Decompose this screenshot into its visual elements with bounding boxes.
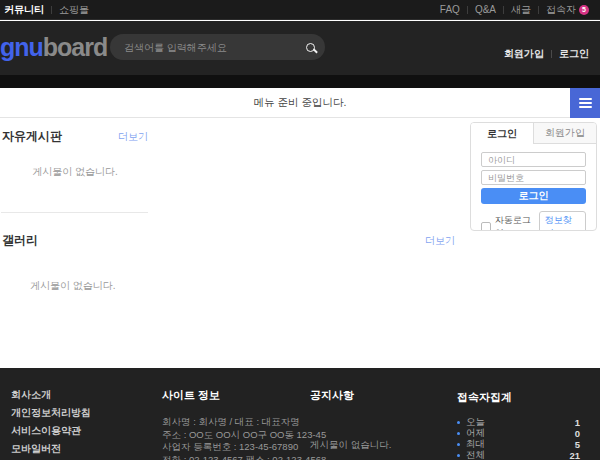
topbar-separator [538,6,539,14]
site-info-line: 사업자 등록번호 : 123-45-67890 [162,441,312,454]
topbar-separator [503,6,504,14]
stat-value: 0 [575,428,580,439]
header-member-links: 회원가입 로그인 [504,47,589,61]
free-board-title: 자유게시판 [2,128,62,145]
gallery-title: 갤러리 [2,232,38,249]
stat-value: 21 [569,450,580,460]
footer-link-company[interactable]: 회사소개 [11,388,91,402]
find-info-link[interactable]: 정보찾기 [539,211,586,231]
site-info-line: 주소 : OO도 OO시 OO구 OO동 123-45 [162,429,312,442]
login-widget-tabs: 로그인 회원가입 [471,123,596,144]
visitor-count-badge: 5 [579,5,589,15]
tab-signup[interactable]: 회원가입 [533,123,596,144]
topbar-item-new-posts[interactable]: 새글 [511,3,531,17]
topbar-separator [467,6,468,14]
auto-login-label: 자동로그인 [495,214,539,231]
hamburger-icon [579,102,592,104]
topbar-item-visitors[interactable]: 접속자5 [546,3,589,17]
page: 커뮤니티 쇼핑몰 FAQ Q&A 새글 접속자5 gnuboard 회원가입 [0,0,600,460]
stat-value: 1 [575,417,580,428]
menubar: 메뉴 준비 중입니다. [0,88,600,118]
notice-title: 공지사항 [310,388,440,403]
bullet-icon [457,432,460,435]
login-options-row: 자동로그인 정보찾기 [481,211,586,231]
login-link[interactable]: 로그인 [559,47,589,61]
topbar-item-qna[interactable]: Q&A [475,4,496,15]
free-board-more-link[interactable]: 더보기 [118,130,148,144]
footer: 회사소개 개인정보처리방침 서비스이용약관 모바일버전 사이트 정보 회사명 :… [0,368,600,460]
visitors-label: 접속자 [546,4,576,15]
logo-gnu: gnu [0,33,43,61]
logo-board: board [43,33,107,61]
section-divider [1,212,148,213]
topbar-item-community[interactable]: 커뮤니티 [4,3,44,17]
user-id-field[interactable] [481,152,586,167]
footer-links: 회사소개 개인정보처리방침 서비스이용약관 모바일버전 [11,388,91,460]
topbar: 커뮤니티 쇼핑몰 FAQ Q&A 새글 접속자5 [0,0,600,20]
signup-link[interactable]: 회원가입 [504,47,544,61]
topbar-item-shop[interactable]: 쇼핑몰 [59,3,89,17]
auto-login-checkbox[interactable] [481,222,491,231]
gallery-more-link[interactable]: 더보기 [425,234,455,248]
site-info-title: 사이트 정보 [162,388,312,403]
free-board-section-header: 자유게시판 더보기 [2,128,148,145]
search-input[interactable] [124,42,300,53]
login-widget: 로그인 회원가입 로그인 자동로그인 정보찾기 [470,122,597,231]
footer-link-privacy[interactable]: 개인정보처리방침 [11,406,91,420]
hamburger-icon [579,106,592,108]
free-board-empty-message: 게시물이 없습니다. [0,165,150,179]
bullet-icon [457,421,460,424]
auto-login-toggle[interactable]: 자동로그인 [481,214,539,231]
footer-visitor-stats: 접속자집계 오늘 1 어제 0 최대 5 [457,390,580,460]
stat-row-total: 전체 21 [457,450,580,460]
site-info-line: 전화 : 02-123-4567 팩스 : 02-123-4568 [162,454,312,460]
stat-value: 5 [575,439,580,450]
login-form: 로그인 자동로그인 정보찾기 [471,144,596,231]
gallery-section-header: 갤러리 더보기 [2,232,455,249]
nav-band [0,75,600,88]
footer-notice: 공지사항 게시물이 없습니다. [310,388,440,452]
topbar-separator [51,6,52,14]
search-bar [110,34,325,60]
site-logo[interactable]: gnuboard [0,35,107,60]
gallery-empty-message: 게시물이 없습니다. [30,279,116,293]
header: gnuboard 회원가입 로그인 [0,21,600,75]
footer-link-terms[interactable]: 서비스이용약관 [11,424,91,438]
stat-label: 전체 [466,449,569,460]
hamburger-menu-button[interactable] [570,88,600,118]
site-info-line: 회사명 : 회사명 / 대표 : 대표자명 [162,416,312,429]
topbar-right: FAQ Q&A 새글 접속자5 [440,3,589,17]
hamburger-icon [579,98,592,100]
main-content: 자유게시판 더보기 게시물이 없습니다. 갤러리 더보기 게시물이 없습니다. … [0,119,600,368]
notice-empty-message: 게시물이 없습니다. [310,439,440,452]
menu-placeholder-text: 메뉴 준비 중입니다. [254,96,347,110]
footer-link-mobile[interactable]: 모바일버전 [11,442,91,456]
site-info-lines: 회사명 : 회사명 / 대표 : 대표자명 주소 : OO도 OO시 OO구 O… [162,416,312,460]
login-submit-button[interactable]: 로그인 [481,188,586,204]
header-separator [551,50,552,58]
bullet-icon [457,454,460,457]
visitor-stats-title: 접속자집계 [457,390,580,405]
topbar-left: 커뮤니티 쇼핑몰 [4,3,89,17]
tab-login[interactable]: 로그인 [471,123,533,144]
search-icon[interactable] [306,43,315,52]
footer-site-info: 사이트 정보 회사명 : 회사명 / 대표 : 대표자명 주소 : OO도 OO… [162,388,312,460]
bullet-icon [457,443,460,446]
topbar-item-faq[interactable]: FAQ [440,4,460,15]
password-field[interactable] [481,170,586,185]
visitor-stats-list: 오늘 1 어제 0 최대 5 전체 21 [457,417,580,460]
